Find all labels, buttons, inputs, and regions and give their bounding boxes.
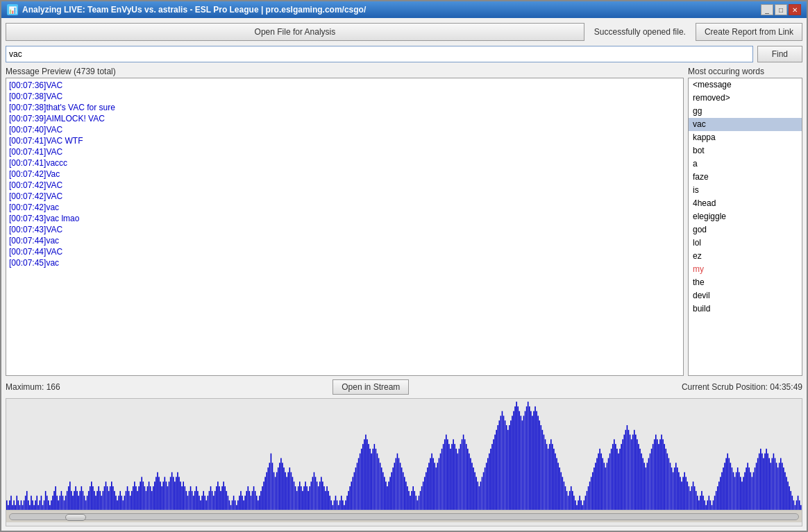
message-list[interactable]: [00:07:36]VAC[00:07:38]VAC[00:07:38]that… — [6, 78, 684, 376]
svg-rect-102 — [151, 491, 153, 510]
list-item[interactable]: [00:07:44]VAC — [6, 246, 683, 257]
list-item[interactable]: bot — [689, 144, 802, 157]
open-stream-button[interactable]: Open in Stream — [333, 379, 409, 395]
list-item[interactable]: faze — [689, 171, 802, 184]
list-item[interactable]: [00:07:44]vac — [6, 235, 683, 246]
list-item[interactable]: gg — [689, 105, 802, 118]
svg-rect-181 — [264, 477, 266, 510]
list-item[interactable]: 4head — [689, 197, 802, 210]
svg-rect-95 — [141, 477, 142, 510]
svg-rect-514 — [743, 477, 744, 510]
list-item[interactable]: god — [689, 223, 802, 237]
svg-rect-403 — [584, 500, 585, 510]
svg-rect-466 — [674, 467, 675, 510]
list-item[interactable]: the — [689, 276, 802, 289]
svg-rect-361 — [523, 415, 525, 510]
list-item[interactable]: removed> — [689, 92, 802, 105]
svg-rect-115 — [170, 477, 171, 510]
list-item[interactable]: lol — [689, 237, 802, 250]
svg-rect-111 — [165, 477, 166, 510]
list-item[interactable]: [00:07:41]VAC WTF — [6, 135, 683, 146]
svg-rect-378 — [548, 449, 549, 510]
svg-rect-376 — [545, 439, 546, 510]
find-button[interactable]: Find — [757, 46, 802, 62]
svg-rect-261 — [380, 463, 381, 510]
svg-rect-76 — [114, 491, 115, 510]
list-item[interactable]: elegiggle — [689, 210, 802, 223]
svg-rect-236 — [344, 505, 345, 510]
svg-rect-215 — [314, 472, 315, 510]
list-item[interactable]: vac — [689, 118, 802, 131]
svg-rect-250 — [364, 439, 365, 510]
list-item[interactable]: [00:07:42]VAC — [6, 191, 683, 202]
list-item[interactable]: [00:07:45]vac — [6, 257, 683, 268]
svg-rect-12 — [22, 505, 24, 510]
message-panel-header: Message Preview (4739 total) — [6, 67, 684, 76]
svg-rect-8 — [16, 496, 17, 510]
svg-rect-103 — [153, 486, 154, 510]
svg-rect-509 — [736, 472, 737, 510]
svg-rect-177 — [259, 496, 260, 510]
list-item[interactable]: build — [689, 302, 802, 316]
list-item[interactable]: [00:07:42]vac — [6, 202, 683, 213]
list-item[interactable]: devil — [689, 289, 802, 302]
svg-rect-278 — [404, 477, 405, 510]
chart-svg[interactable] — [6, 399, 802, 510]
svg-rect-337 — [489, 454, 490, 510]
list-item[interactable]: a — [689, 157, 802, 171]
svg-rect-407 — [589, 481, 591, 510]
list-item[interactable]: [00:07:39]AIMLOCK! VAC — [6, 113, 683, 124]
scrollbar-thumb[interactable] — [65, 514, 86, 521]
svg-rect-24 — [40, 500, 41, 510]
svg-rect-285 — [414, 491, 415, 510]
open-file-button[interactable]: Open File for Analysis — [6, 23, 584, 41]
svg-rect-385 — [557, 463, 559, 510]
list-item[interactable]: [00:07:36]VAC — [6, 80, 683, 91]
svg-rect-525 — [759, 454, 760, 510]
svg-rect-406 — [588, 486, 589, 510]
svg-rect-287 — [417, 500, 419, 510]
svg-rect-201 — [294, 481, 295, 510]
list-item[interactable]: is — [689, 184, 802, 197]
svg-rect-247 — [360, 454, 361, 510]
svg-rect-310 — [450, 449, 451, 510]
svg-rect-382 — [553, 449, 555, 510]
list-item[interactable]: [00:07:38]VAC — [6, 91, 683, 102]
svg-rect-163 — [239, 496, 240, 510]
svg-rect-529 — [764, 454, 766, 510]
svg-rect-104 — [154, 481, 155, 510]
list-item[interactable]: my — [689, 263, 802, 276]
list-item[interactable]: [00:07:40]VAC — [6, 124, 683, 135]
svg-rect-298 — [432, 458, 434, 510]
svg-rect-475 — [687, 481, 689, 510]
list-item[interactable]: [00:07:41]vaccc — [6, 157, 683, 169]
toolbar-row: Open File for Analysis Successfully open… — [6, 22, 802, 42]
search-input[interactable] — [6, 46, 753, 62]
svg-rect-87 — [130, 496, 131, 510]
svg-rect-451 — [653, 444, 654, 510]
word-list[interactable]: <messageremoved>ggvackappabotafazeis4hea… — [688, 78, 802, 376]
svg-rect-503 — [727, 454, 728, 510]
svg-rect-554 — [800, 505, 802, 510]
svg-rect-79 — [118, 496, 119, 510]
svg-rect-127 — [187, 496, 189, 510]
list-item[interactable]: [00:07:43]VAC — [6, 224, 683, 235]
minimize-button[interactable]: _ — [761, 4, 773, 15]
list-item[interactable]: [00:07:42]VAC — [6, 180, 683, 191]
list-item[interactable]: [00:07:43]vac lmao — [6, 213, 683, 224]
svg-rect-182 — [266, 472, 267, 510]
maximize-button[interactable]: □ — [775, 4, 787, 15]
list-item[interactable]: [00:07:42]Vac — [6, 169, 683, 180]
bottom-area: Maximum: 166 Open in Stream Current Scru… — [6, 379, 802, 526]
list-item[interactable]: [00:07:41]VAC — [6, 146, 683, 157]
list-item[interactable]: [00:07:38]that's VAC for sure — [6, 102, 683, 113]
list-item[interactable]: ez — [689, 250, 802, 263]
create-report-button[interactable]: Create Report from Link — [696, 23, 802, 41]
svg-rect-137 — [201, 496, 203, 510]
list-item[interactable]: kappa — [689, 131, 802, 144]
scrollbar-track[interactable] — [9, 513, 799, 520]
svg-rect-108 — [160, 481, 161, 510]
close-button[interactable]: ✕ — [789, 4, 801, 15]
scrub-position: Current Scrub Position: 04:35:49 — [682, 382, 802, 392]
list-item[interactable]: <message — [689, 78, 802, 92]
